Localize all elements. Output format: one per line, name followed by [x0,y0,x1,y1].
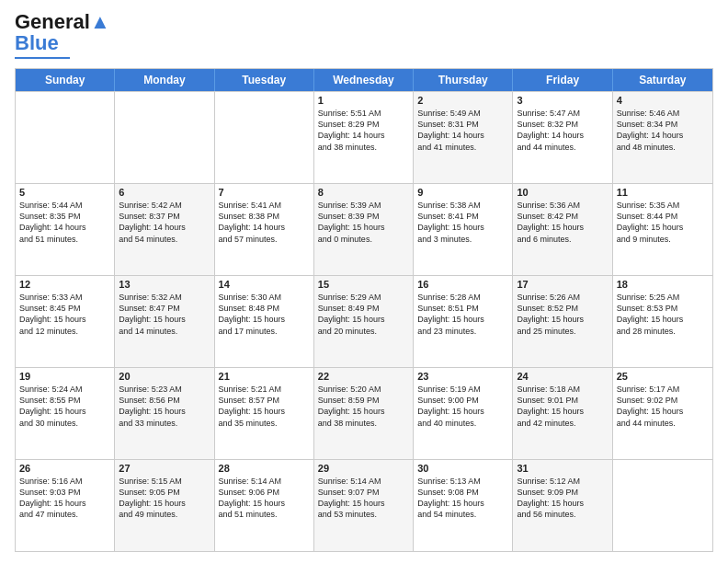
cell-info: Sunrise: 5:13 AM Sunset: 9:08 PM Dayligh… [417,476,508,521]
calendar-cell-empty-4-6 [613,460,712,551]
calendar-cell-day-8: 8Sunrise: 5:39 AM Sunset: 8:39 PM Daylig… [314,184,414,275]
page: General▲ Blue SundayMondayTuesdayWednesd… [0,0,728,563]
calendar-cell-day-27: 27Sunrise: 5:15 AM Sunset: 9:05 PM Dayli… [115,460,214,551]
cell-info: Sunrise: 5:30 AM Sunset: 8:48 PM Dayligh… [219,292,310,337]
cell-info: Sunrise: 5:14 AM Sunset: 9:06 PM Dayligh… [219,476,310,521]
calendar-cell-day-2: 2Sunrise: 5:49 AM Sunset: 8:31 PM Daylig… [414,92,513,183]
day-header-monday: Monday [115,69,214,91]
calendar-cell-day-4: 4Sunrise: 5:46 AM Sunset: 8:34 PM Daylig… [613,92,712,183]
day-number: 30 [417,463,508,474]
day-number: 12 [19,279,110,290]
cell-info: Sunrise: 5:49 AM Sunset: 8:31 PM Dayligh… [417,108,508,153]
calendar-cell-day-18: 18Sunrise: 5:25 AM Sunset: 8:53 PM Dayli… [613,276,712,367]
day-number: 13 [119,279,210,290]
calendar-cell-day-23: 23Sunrise: 5:19 AM Sunset: 9:00 PM Dayli… [414,368,513,459]
day-header-saturday: Saturday [613,69,712,91]
cell-info: Sunrise: 5:32 AM Sunset: 8:47 PM Dayligh… [119,292,210,337]
day-number: 28 [219,463,310,474]
calendar-cell-day-31: 31Sunrise: 5:12 AM Sunset: 9:09 PM Dayli… [513,460,612,551]
cell-info: Sunrise: 5:38 AM Sunset: 8:41 PM Dayligh… [417,200,508,245]
cell-info: Sunrise: 5:41 AM Sunset: 8:38 PM Dayligh… [219,200,310,245]
cell-info: Sunrise: 5:51 AM Sunset: 8:29 PM Dayligh… [318,108,409,153]
calendar-cell-day-12: 12Sunrise: 5:33 AM Sunset: 8:45 PM Dayli… [16,276,115,367]
day-number: 10 [517,187,608,198]
calendar-cell-day-14: 14Sunrise: 5:30 AM Sunset: 8:48 PM Dayli… [215,276,314,367]
day-number: 4 [617,95,709,106]
cell-info: Sunrise: 5:28 AM Sunset: 8:51 PM Dayligh… [417,292,508,337]
calendar-cell-day-11: 11Sunrise: 5:35 AM Sunset: 8:44 PM Dayli… [613,184,712,275]
calendar-row-4: 26Sunrise: 5:16 AM Sunset: 9:03 PM Dayli… [16,459,712,551]
cell-info: Sunrise: 5:47 AM Sunset: 8:32 PM Dayligh… [517,108,608,153]
cell-info: Sunrise: 5:12 AM Sunset: 9:09 PM Dayligh… [517,476,608,521]
day-number: 18 [617,279,709,290]
day-number: 29 [318,463,409,474]
day-number: 16 [417,279,508,290]
calendar-cell-day-16: 16Sunrise: 5:28 AM Sunset: 8:51 PM Dayli… [414,276,513,367]
calendar-row-0: 1Sunrise: 5:51 AM Sunset: 8:29 PM Daylig… [16,91,712,183]
calendar-cell-day-9: 9Sunrise: 5:38 AM Sunset: 8:41 PM Daylig… [414,184,513,275]
cell-info: Sunrise: 5:20 AM Sunset: 8:59 PM Dayligh… [318,384,409,429]
calendar-cell-day-7: 7Sunrise: 5:41 AM Sunset: 8:38 PM Daylig… [215,184,314,275]
calendar-body: 1Sunrise: 5:51 AM Sunset: 8:29 PM Daylig… [16,91,712,551]
cell-info: Sunrise: 5:18 AM Sunset: 9:01 PM Dayligh… [517,384,608,429]
day-number: 31 [517,463,608,474]
day-number: 15 [318,279,409,290]
day-number: 6 [119,187,210,198]
day-number: 7 [219,187,310,198]
calendar-cell-day-26: 26Sunrise: 5:16 AM Sunset: 9:03 PM Dayli… [16,460,115,551]
cell-info: Sunrise: 5:15 AM Sunset: 9:05 PM Dayligh… [119,476,210,521]
cell-info: Sunrise: 5:44 AM Sunset: 8:35 PM Dayligh… [19,200,110,245]
calendar-row-2: 12Sunrise: 5:33 AM Sunset: 8:45 PM Dayli… [16,275,712,367]
day-header-friday: Friday [513,69,612,91]
cell-info: Sunrise: 5:26 AM Sunset: 8:52 PM Dayligh… [517,292,608,337]
logo: General▲ Blue [15,11,110,59]
cell-info: Sunrise: 5:16 AM Sunset: 9:03 PM Dayligh… [19,476,110,521]
cell-info: Sunrise: 5:36 AM Sunset: 8:42 PM Dayligh… [517,200,608,245]
day-header-tuesday: Tuesday [215,69,314,91]
day-header-wednesday: Wednesday [314,69,414,91]
day-number: 1 [318,95,409,106]
day-number: 9 [417,187,508,198]
calendar-cell-day-17: 17Sunrise: 5:26 AM Sunset: 8:52 PM Dayli… [513,276,612,367]
day-number: 11 [617,187,709,198]
calendar-row-3: 19Sunrise: 5:24 AM Sunset: 8:55 PM Dayli… [16,367,712,459]
cell-info: Sunrise: 5:17 AM Sunset: 9:02 PM Dayligh… [617,384,709,429]
day-number: 23 [417,371,508,382]
day-number: 22 [318,371,409,382]
calendar-cell-day-1: 1Sunrise: 5:51 AM Sunset: 8:29 PM Daylig… [314,92,414,183]
header: General▲ Blue [15,11,713,59]
calendar-cell-day-5: 5Sunrise: 5:44 AM Sunset: 8:35 PM Daylig… [16,184,115,275]
cell-info: Sunrise: 5:19 AM Sunset: 9:00 PM Dayligh… [417,384,508,429]
cell-info: Sunrise: 5:33 AM Sunset: 8:45 PM Dayligh… [19,292,110,337]
cell-info: Sunrise: 5:21 AM Sunset: 8:57 PM Dayligh… [219,384,310,429]
calendar-cell-day-13: 13Sunrise: 5:32 AM Sunset: 8:47 PM Dayli… [115,276,214,367]
cell-info: Sunrise: 5:24 AM Sunset: 8:55 PM Dayligh… [19,384,110,429]
cell-info: Sunrise: 5:23 AM Sunset: 8:56 PM Dayligh… [119,384,210,429]
calendar-cell-day-10: 10Sunrise: 5:36 AM Sunset: 8:42 PM Dayli… [513,184,612,275]
day-number: 24 [517,371,608,382]
calendar-cell-empty-0-0 [16,92,115,183]
logo-text: General▲ [15,11,110,33]
day-number: 19 [19,371,110,382]
day-number: 8 [318,187,409,198]
day-header-sunday: Sunday [16,69,115,91]
calendar-cell-day-20: 20Sunrise: 5:23 AM Sunset: 8:56 PM Dayli… [115,368,214,459]
calendar-cell-day-28: 28Sunrise: 5:14 AM Sunset: 9:06 PM Dayli… [215,460,314,551]
calendar-cell-day-25: 25Sunrise: 5:17 AM Sunset: 9:02 PM Dayli… [613,368,712,459]
calendar-cell-day-3: 3Sunrise: 5:47 AM Sunset: 8:32 PM Daylig… [513,92,612,183]
day-number: 14 [219,279,310,290]
cell-info: Sunrise: 5:29 AM Sunset: 8:49 PM Dayligh… [318,292,409,337]
cell-info: Sunrise: 5:14 AM Sunset: 9:07 PM Dayligh… [318,476,409,521]
day-number: 3 [517,95,608,106]
calendar: SundayMondayTuesdayWednesdayThursdayFrid… [15,68,713,552]
calendar-cell-day-21: 21Sunrise: 5:21 AM Sunset: 8:57 PM Dayli… [215,368,314,459]
calendar-cell-day-30: 30Sunrise: 5:13 AM Sunset: 9:08 PM Dayli… [414,460,513,551]
calendar-cell-day-15: 15Sunrise: 5:29 AM Sunset: 8:49 PM Dayli… [314,276,414,367]
day-number: 17 [517,279,608,290]
day-number: 21 [219,371,310,382]
calendar-cell-day-24: 24Sunrise: 5:18 AM Sunset: 9:01 PM Dayli… [513,368,612,459]
calendar-cell-day-22: 22Sunrise: 5:20 AM Sunset: 8:59 PM Dayli… [314,368,414,459]
logo-line [15,57,70,59]
calendar-row-1: 5Sunrise: 5:44 AM Sunset: 8:35 PM Daylig… [16,183,712,275]
calendar-cell-empty-0-2 [215,92,314,183]
